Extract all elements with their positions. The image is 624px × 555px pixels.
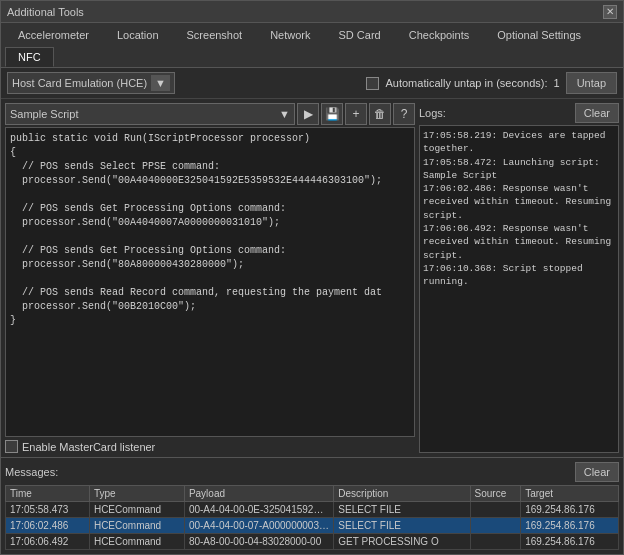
logs-clear-button[interactable]: Clear (575, 103, 619, 123)
toolbar: Host Card Emulation (HCE) ▼ Automaticall… (1, 68, 623, 99)
logs-label: Logs: (419, 107, 446, 119)
add-icon: + (352, 107, 359, 121)
additional-tools-window: Additional Tools ✕ Accelerometer Locatio… (0, 0, 624, 555)
col-description: Description (334, 486, 470, 502)
logs-header: Logs: Clear (419, 103, 619, 123)
tab-accelerometer[interactable]: Accelerometer (5, 25, 102, 45)
save-button[interactable]: 💾 (321, 103, 343, 125)
tab-screenshot[interactable]: Screenshot (174, 25, 256, 45)
messages-label: Messages: (5, 466, 58, 478)
script-dropdown[interactable]: Sample Script ▼ (5, 103, 295, 125)
auto-untap-value: 1 (554, 77, 560, 89)
messages-clear-button[interactable]: Clear (575, 462, 619, 482)
col-source: Source (470, 486, 521, 502)
window-title: Additional Tools (7, 6, 84, 18)
play-icon: ▶ (304, 107, 313, 121)
script-dropdown-arrow-icon: ▼ (279, 108, 290, 120)
tab-network[interactable]: Network (257, 25, 323, 45)
help-button[interactable]: ? (393, 103, 415, 125)
col-time: Time (6, 486, 90, 502)
logs-area: 17:05:58.219: Devices are tapped togethe… (419, 125, 619, 453)
right-panel: Logs: Clear 17:05:58.219: Devices are ta… (419, 103, 619, 453)
main-content: Sample Script ▼ ▶ 💾 + 🗑 ? (1, 99, 623, 457)
untap-button[interactable]: Untap (566, 72, 617, 94)
col-type: Type (89, 486, 184, 502)
host-card-dropdown[interactable]: Host Card Emulation (HCE) ▼ (7, 72, 175, 94)
add-button[interactable]: + (345, 103, 367, 125)
enable-mastercard-label: Enable MasterCard listener (22, 441, 155, 453)
dropdown-arrow-icon: ▼ (151, 75, 170, 91)
tab-sdcard[interactable]: SD Card (326, 25, 394, 45)
tab-checkpoints[interactable]: Checkpoints (396, 25, 483, 45)
help-icon: ? (401, 107, 408, 121)
messages-header: Messages: Clear (5, 462, 619, 482)
title-bar: Additional Tools ✕ (1, 1, 623, 23)
delete-button[interactable]: 🗑 (369, 103, 391, 125)
auto-untap-label: Automatically untap in (seconds): (385, 77, 547, 89)
messages-section: Messages: Clear Time Type Payload Descri… (1, 457, 623, 554)
code-editor[interactable]: public static void Run(IScriptProcessor … (5, 127, 415, 437)
left-panel: Sample Script ▼ ▶ 💾 + 🗑 ? (5, 103, 415, 453)
table-row[interactable]: 17:05:58.473HCECommand00-A4-04-00-0E-325… (6, 502, 619, 518)
enable-mastercard-checkbox[interactable] (5, 440, 18, 453)
table-row[interactable]: 17:06:06.492HCECommand80-A8-00-00-04-830… (6, 534, 619, 550)
tab-optional-settings[interactable]: Optional Settings (484, 25, 594, 45)
close-button[interactable]: ✕ (603, 5, 617, 19)
tab-nfc[interactable]: NFC (5, 47, 54, 67)
save-icon: 💾 (325, 107, 340, 121)
tab-location[interactable]: Location (104, 25, 172, 45)
table-row[interactable]: 17:06:02.486HCECommand00-A4-04-00-07-A00… (6, 518, 619, 534)
col-payload: Payload (184, 486, 333, 502)
nav-tabs: Accelerometer Location Screenshot Networ… (1, 23, 623, 68)
enable-mastercard-row: Enable MasterCard listener (5, 440, 415, 453)
messages-table: Time Type Payload Description Source Tar… (5, 485, 619, 550)
delete-icon: 🗑 (374, 107, 386, 121)
col-target: Target (521, 486, 619, 502)
auto-untap-checkbox[interactable] (366, 77, 379, 90)
auto-untap-section: Automatically untap in (seconds): 1 Unta… (366, 72, 617, 94)
script-toolbar: Sample Script ▼ ▶ 💾 + 🗑 ? (5, 103, 415, 125)
play-button[interactable]: ▶ (297, 103, 319, 125)
